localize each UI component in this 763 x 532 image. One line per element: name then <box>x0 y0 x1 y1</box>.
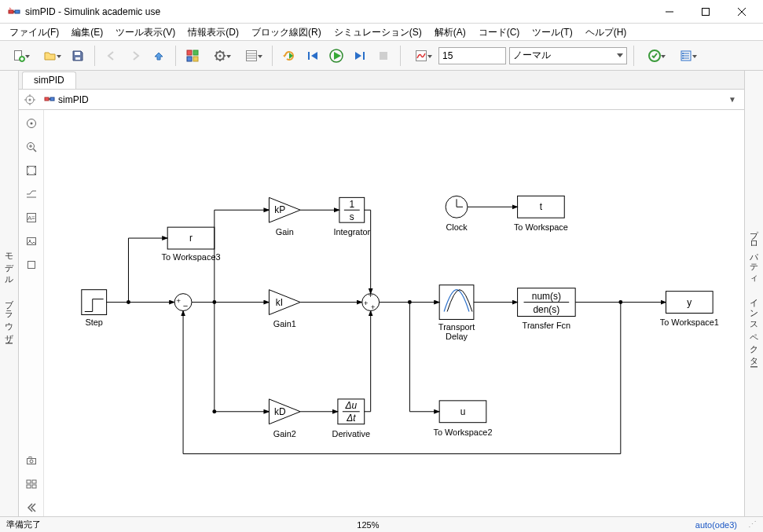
status-zoom[interactable]: 125% <box>357 520 379 530</box>
open-button[interactable] <box>36 46 64 66</box>
block-to-workspace-t[interactable]: t To Workspace <box>514 196 568 232</box>
model-explorer-button[interactable] <box>237 46 266 66</box>
sample-time-colors-button[interactable] <box>23 185 40 203</box>
menu-tools-view[interactable]: ツール表示(V) <box>109 24 182 40</box>
screenshot-button[interactable] <box>23 452 40 469</box>
svg-text:Clock: Clock <box>446 222 468 232</box>
hide-browser-button[interactable] <box>23 115 40 132</box>
menu-info[interactable]: 情報表示(D) <box>182 24 245 40</box>
model-canvas[interactable]: Step r To Workspace3 + − <box>44 110 744 516</box>
svg-rect-17 <box>193 57 198 61</box>
library-browser-button[interactable] <box>182 46 203 66</box>
svg-text:kP: kP <box>274 204 285 215</box>
svg-rect-12 <box>75 52 80 55</box>
simulation-mode-select[interactable]: ノーマル <box>509 47 627 64</box>
svg-line-62 <box>33 149 36 152</box>
svg-text:To Workspace: To Workspace <box>514 222 568 232</box>
menu-file[interactable]: ファイル(F) <box>3 24 65 40</box>
block-to-workspace3[interactable]: r To Workspace3 <box>161 227 220 262</box>
svg-text:Gain2: Gain2 <box>273 429 296 438</box>
block-step[interactable]: Step <box>82 290 107 328</box>
block-gain-i[interactable]: kI Gain1 <box>269 290 300 329</box>
model-icon <box>44 94 55 105</box>
save-button[interactable] <box>68 46 88 66</box>
build-button[interactable] <box>672 46 700 66</box>
menu-code[interactable]: コード(C) <box>472 24 526 40</box>
up-button[interactable] <box>149 46 169 66</box>
chevron-down-icon <box>617 53 623 57</box>
canvas-wrap: A≡ <box>19 110 744 516</box>
breadcrumb-dropdown[interactable]: ▼ <box>725 92 739 107</box>
block-gain-d[interactable]: kD Gain2 <box>269 399 300 438</box>
simulation-mode-value: ノーマル <box>513 49 551 62</box>
block-integrator[interactable]: 1 s Integrator <box>333 197 370 237</box>
property-inspector-sidebar[interactable]: プロパティ インスペクター <box>744 71 763 516</box>
minimize-button[interactable] <box>651 0 688 24</box>
svg-text:Delay: Delay <box>446 332 468 341</box>
data-inspector-button[interactable] <box>407 46 435 66</box>
svg-marker-35 <box>311 52 317 60</box>
block-gain-p[interactable]: kP Gain <box>269 197 300 237</box>
maximize-button[interactable] <box>688 0 724 24</box>
block-to-workspace2[interactable]: u To Workspace2 <box>433 401 492 437</box>
svg-text:To Workspace2: To Workspace2 <box>433 427 492 437</box>
svg-rect-5 <box>702 8 710 15</box>
new-button[interactable] <box>5 46 33 66</box>
resize-grip-icon: ⋰ <box>748 519 757 530</box>
collapse-palette-button[interactable] <box>23 499 40 516</box>
svg-text:A≡: A≡ <box>27 215 35 222</box>
svg-text:Δt: Δt <box>346 413 356 424</box>
forward-button <box>125 46 145 66</box>
block-sum-error[interactable]: + − <box>174 294 192 311</box>
svg-text:den(s): den(s) <box>533 304 559 315</box>
svg-text:+: + <box>176 296 181 305</box>
zoom-in-button[interactable] <box>23 138 40 156</box>
update-diagram-button[interactable] <box>640 46 669 66</box>
area-button[interactable] <box>23 256 40 273</box>
svg-rect-16 <box>187 57 192 61</box>
image-button[interactable] <box>23 233 40 250</box>
annotation-button[interactable]: A≡ <box>23 209 40 226</box>
fast-restart-button[interactable] <box>279 46 299 66</box>
svg-point-136 <box>212 409 216 413</box>
svg-text:Δu: Δu <box>344 400 357 411</box>
statusbar: 準備完了 125% auto(ode3) ⋰ <box>0 516 763 532</box>
menu-analysis[interactable]: 解析(A) <box>428 24 472 40</box>
svg-marker-98 <box>269 290 300 315</box>
block-transport-delay[interactable]: Transport Delay <box>438 285 475 342</box>
menu-tool[interactable]: ツール(T) <box>526 24 578 40</box>
svg-text:u: u <box>460 406 466 417</box>
tab-simpid[interactable]: simPID <box>22 72 76 89</box>
svg-line-24 <box>216 52 218 53</box>
block-derivative[interactable]: Δu Δt Derivative <box>332 399 371 438</box>
breadcrumb-root[interactable]: simPID <box>41 94 92 106</box>
fit-to-view-button[interactable] <box>23 162 40 179</box>
block-transfer-fcn[interactable]: num(s) den(s) Transfer Fcn <box>518 288 576 331</box>
model-browser-sidebar[interactable]: モデル ブラウザー <box>0 71 19 516</box>
svg-text:Transport: Transport <box>438 322 475 332</box>
block-clock[interactable]: Clock <box>446 196 468 232</box>
block-to-workspace1[interactable]: y To Workspace1 <box>660 292 719 328</box>
run-button[interactable] <box>326 46 347 66</box>
svg-text:Derivative: Derivative <box>332 429 371 438</box>
back-button <box>101 46 122 66</box>
viewmarks-button[interactable] <box>23 475 40 493</box>
status-solver[interactable]: auto(ode3) <box>695 520 737 530</box>
svg-rect-80 <box>27 485 31 488</box>
configuration-button[interactable] <box>206 46 234 66</box>
svg-text:y: y <box>687 297 691 308</box>
svg-rect-82 <box>82 290 107 315</box>
nav-target-button[interactable] <box>24 94 36 106</box>
step-back-button[interactable] <box>303 46 323 66</box>
menu-block-diagram[interactable]: ブロック線図(R) <box>245 24 328 40</box>
step-forward-button[interactable] <box>350 46 370 66</box>
menu-help[interactable]: ヘルプ(H) <box>579 24 633 40</box>
svg-line-26 <box>216 58 218 60</box>
stop-time-input[interactable] <box>438 47 506 64</box>
status-ready: 準備完了 <box>6 519 41 530</box>
menu-simulation[interactable]: シミュレーション(S) <box>328 24 428 40</box>
close-button[interactable] <box>724 0 760 24</box>
svg-text:s: s <box>350 211 354 222</box>
canvas-palette: A≡ <box>19 110 44 516</box>
menu-edit[interactable]: 編集(E) <box>65 24 109 40</box>
